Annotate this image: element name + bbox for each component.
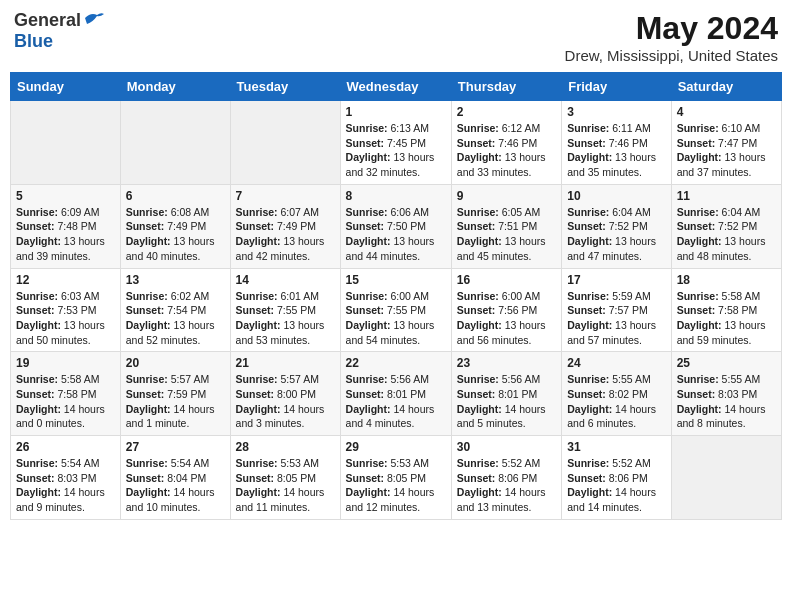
day-number: 10: [567, 189, 665, 203]
day-info-line: and 48 minutes.: [677, 249, 776, 264]
day-info-label: Daylight:: [567, 151, 612, 163]
day-number: 21: [236, 356, 335, 370]
day-info-label: Sunset:: [16, 220, 55, 232]
day-info-line: Sunset: 7:46 PM: [457, 136, 556, 151]
day-info-line: Daylight: 13 hours: [16, 318, 115, 333]
day-number: 25: [677, 356, 776, 370]
calendar-cell: 25Sunrise: 5:55 AMSunset: 8:03 PMDayligh…: [671, 352, 781, 436]
day-info-line: Sunrise: 5:59 AM: [567, 289, 665, 304]
calendar-cell: 9Sunrise: 6:05 AMSunset: 7:51 PMDaylight…: [451, 184, 561, 268]
day-info-label: Sunrise:: [126, 373, 168, 385]
day-info-label: Sunset:: [126, 220, 165, 232]
day-info-line: Sunset: 7:57 PM: [567, 303, 665, 318]
day-info-line: and 35 minutes.: [567, 165, 665, 180]
day-info-label: Sunset:: [126, 472, 165, 484]
calendar-cell: 14Sunrise: 6:01 AMSunset: 7:55 PMDayligh…: [230, 268, 340, 352]
calendar-cell: 17Sunrise: 5:59 AMSunset: 7:57 PMDayligh…: [562, 268, 671, 352]
day-info-label: Daylight:: [346, 319, 391, 331]
day-info-label: Sunrise:: [346, 122, 388, 134]
day-info-line: Daylight: 13 hours: [236, 318, 335, 333]
day-info-line: Daylight: 14 hours: [16, 402, 115, 417]
day-info-line: Daylight: 13 hours: [346, 234, 446, 249]
day-info-label: Sunrise:: [16, 206, 58, 218]
day-info-label: Sunset:: [677, 137, 716, 149]
day-info-label: Sunset:: [346, 388, 385, 400]
day-info-line: Daylight: 14 hours: [126, 402, 225, 417]
day-info-line: Daylight: 14 hours: [567, 485, 665, 500]
day-info-line: Sunset: 7:58 PM: [16, 387, 115, 402]
day-info-line: Daylight: 13 hours: [567, 234, 665, 249]
day-info-line: Sunrise: 6:06 AM: [346, 205, 446, 220]
calendar-cell: 1Sunrise: 6:13 AMSunset: 7:45 PMDaylight…: [340, 101, 451, 185]
day-info-line: Sunrise: 6:04 AM: [677, 205, 776, 220]
day-info-label: Sunset:: [16, 472, 55, 484]
calendar-cell: 12Sunrise: 6:03 AMSunset: 7:53 PMDayligh…: [11, 268, 121, 352]
day-info-line: Sunset: 8:06 PM: [567, 471, 665, 486]
day-info-label: Sunset:: [126, 388, 165, 400]
day-info-line: and 42 minutes.: [236, 249, 335, 264]
calendar-table: SundayMondayTuesdayWednesdayThursdayFrid…: [10, 72, 782, 520]
day-info-label: Sunrise:: [677, 290, 719, 302]
day-info-line: Sunrise: 5:54 AM: [16, 456, 115, 471]
day-number: 5: [16, 189, 115, 203]
day-info-label: Daylight:: [126, 403, 171, 415]
day-info-label: Sunset:: [567, 220, 606, 232]
day-info-label: Daylight:: [457, 235, 502, 247]
day-info-label: Sunrise:: [457, 206, 499, 218]
day-number: 30: [457, 440, 556, 454]
day-info-line: Daylight: 13 hours: [346, 150, 446, 165]
day-info-label: Sunrise:: [567, 290, 609, 302]
day-info-line: Sunrise: 6:02 AM: [126, 289, 225, 304]
day-info-line: Sunrise: 5:54 AM: [126, 456, 225, 471]
day-info-line: Daylight: 13 hours: [567, 150, 665, 165]
day-info-label: Sunset:: [567, 472, 606, 484]
day-info-label: Daylight:: [236, 486, 281, 498]
day-info-label: Daylight:: [236, 319, 281, 331]
calendar-week-row: 5Sunrise: 6:09 AMSunset: 7:48 PMDaylight…: [11, 184, 782, 268]
weekday-header: Sunday: [11, 73, 121, 101]
day-number: 14: [236, 273, 335, 287]
day-info-label: Sunset:: [126, 304, 165, 316]
day-info-line: Sunrise: 6:05 AM: [457, 205, 556, 220]
calendar-cell: [230, 101, 340, 185]
day-info-label: Daylight:: [346, 486, 391, 498]
day-info-label: Sunrise:: [126, 206, 168, 218]
day-info-label: Sunset:: [236, 220, 275, 232]
day-info-line: and 56 minutes.: [457, 333, 556, 348]
day-info-label: Daylight:: [16, 403, 61, 415]
day-info-line: Sunrise: 5:53 AM: [236, 456, 335, 471]
calendar-week-row: 19Sunrise: 5:58 AMSunset: 7:58 PMDayligh…: [11, 352, 782, 436]
day-info-line: Sunrise: 6:04 AM: [567, 205, 665, 220]
day-info-label: Daylight:: [16, 235, 61, 247]
weekday-header: Saturday: [671, 73, 781, 101]
day-info-line: Sunset: 7:49 PM: [126, 219, 225, 234]
day-info-line: Sunset: 8:01 PM: [457, 387, 556, 402]
day-info-label: Sunrise:: [457, 373, 499, 385]
day-info-line: Daylight: 14 hours: [126, 485, 225, 500]
day-info-line: and 0 minutes.: [16, 416, 115, 431]
day-info-label: Daylight:: [236, 235, 281, 247]
day-info-label: Sunrise:: [567, 457, 609, 469]
day-info-label: Daylight:: [457, 319, 502, 331]
day-info-label: Sunset:: [236, 304, 275, 316]
day-info-label: Daylight:: [567, 235, 612, 247]
weekday-header: Monday: [120, 73, 230, 101]
day-info-line: Sunrise: 5:52 AM: [457, 456, 556, 471]
day-number: 12: [16, 273, 115, 287]
day-info-label: Sunrise:: [236, 290, 278, 302]
day-info-line: Sunset: 7:51 PM: [457, 219, 556, 234]
calendar-cell: 22Sunrise: 5:56 AMSunset: 8:01 PMDayligh…: [340, 352, 451, 436]
day-info-label: Sunrise:: [346, 373, 388, 385]
day-info-label: Daylight:: [567, 403, 612, 415]
calendar-header-row: SundayMondayTuesdayWednesdayThursdayFrid…: [11, 73, 782, 101]
main-title: May 2024: [565, 10, 778, 47]
weekday-header: Thursday: [451, 73, 561, 101]
day-info-label: Sunset:: [457, 304, 496, 316]
calendar-cell: 15Sunrise: 6:00 AMSunset: 7:55 PMDayligh…: [340, 268, 451, 352]
day-info-line: and 37 minutes.: [677, 165, 776, 180]
calendar-cell: 20Sunrise: 5:57 AMSunset: 7:59 PMDayligh…: [120, 352, 230, 436]
day-info-label: Sunset:: [16, 304, 55, 316]
calendar-cell: [671, 436, 781, 520]
day-info-label: Sunset:: [677, 388, 716, 400]
day-info-line: Sunset: 7:46 PM: [567, 136, 665, 151]
